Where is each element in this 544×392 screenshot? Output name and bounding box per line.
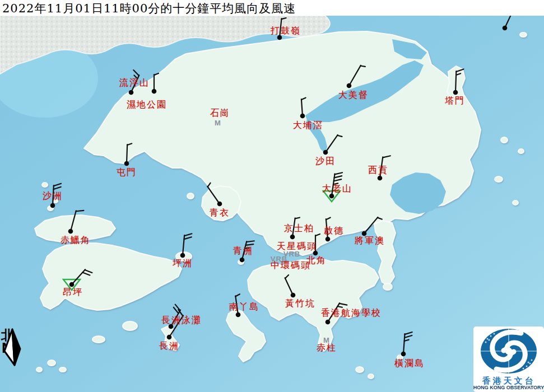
station-橫瀾島 [401,332,412,356]
hko-logo-emblem [473,326,544,377]
station-dot [129,90,134,95]
station-dot [401,352,406,357]
station-label: 青洲 [233,245,253,257]
station-dot [453,90,458,95]
station-label: 昂坪 [63,287,83,298]
station-dot [50,203,55,208]
wind-barb [207,183,223,204]
station-dot [291,293,296,298]
station-label: 天星碼頭 [277,241,317,253]
wind-barb [326,134,342,155]
station-label: 青衣 [210,207,230,219]
station-label: 石崗 [210,108,230,119]
station-label: 流浮山 [119,77,150,89]
hko-logo: 香港天文台 HONG KONG OBSERVATORY [473,326,544,392]
station-label: 沙田 [315,156,336,167]
station-dot [217,202,222,207]
station-dot [124,161,129,166]
station-label: 京士柏 [284,223,314,235]
hko-logo-name-en: HONG KONG OBSERVATORY [472,385,544,390]
wind-barb [285,275,297,295]
station-dot [326,237,331,242]
station-label: 大埔滘 [293,120,323,132]
compass: 北 N [1,328,32,354]
wind-barb [183,233,192,256]
station-赤鱲角 [68,208,84,234]
station-label: 南丫島 [229,301,259,313]
station-青衣 [207,183,223,207]
wind-barb [127,143,132,164]
map-title: 2022年11月01日11時00分的十分鐘平均風向及風速 [2,1,296,16]
wind-barb [364,216,382,236]
title-bar: 2022年11月01日11時00分的十分鐘平均風向及風速 [0,0,544,16]
station-label: 黃竹坑 [285,298,315,310]
wind-barb [301,98,307,116]
station-黃竹坑 [285,275,297,297]
station-dot [68,229,73,234]
station-label: 沙洲 [43,190,63,202]
missing-data-marker: M [215,119,221,127]
station-label: 長洲 [159,340,179,352]
station-label: 中環碼頭 [271,260,311,272]
station-label: 打鼓嶺 [271,25,301,37]
station-大美督 [347,64,365,88]
station-dot [503,26,508,31]
station-坪洲 [180,233,192,258]
station-dot [240,258,245,263]
stations-layer [0,0,544,392]
station-label: 長洲泳灘 [161,315,202,326]
station-label: 塔門 [445,95,465,107]
station-沙田 [323,134,342,155]
station-label: 香港航海學校 [321,307,382,319]
station-label: 赤柱 [317,342,337,354]
station-label: 赤鱲角 [61,235,91,246]
station-label: 將軍澳 [355,235,385,247]
station-dot [347,83,352,88]
wind-map: 2022年11月01日11時00分的十分鐘平均風向及風速 打鼓嶺流浮山濕地公園大… [0,0,544,392]
station-dot [236,312,241,318]
station-dot [167,335,172,340]
station-label: 西貢 [368,165,388,176]
station-label: 大老山 [322,183,352,195]
station-label: 橫瀾島 [394,358,425,370]
station-dot [290,235,295,240]
station-dot [323,150,328,155]
station-將軍澳 [362,216,382,236]
station-label: 坪洲 [173,258,193,269]
station-label: 屯門 [117,167,137,179]
station-屯門 [124,143,132,166]
wind-barb [403,332,412,354]
station-dot [152,89,157,94]
station-dot [378,176,383,181]
station-label: 北角 [306,255,327,267]
wind-barb [154,73,159,91]
station-大埔滘 [300,98,307,119]
wind-barb [71,208,83,233]
station-label: 大美督 [338,90,369,101]
compass-needle [1,328,32,367]
station-濕地公園 [152,73,159,94]
station-dot [326,320,331,325]
wind-barb [349,64,365,88]
station-label: 濕地公園 [127,99,167,111]
station-label: 啟德 [324,225,344,237]
station-塔門 [453,69,464,95]
station-dot [300,114,305,119]
wind-barb [455,69,463,92]
